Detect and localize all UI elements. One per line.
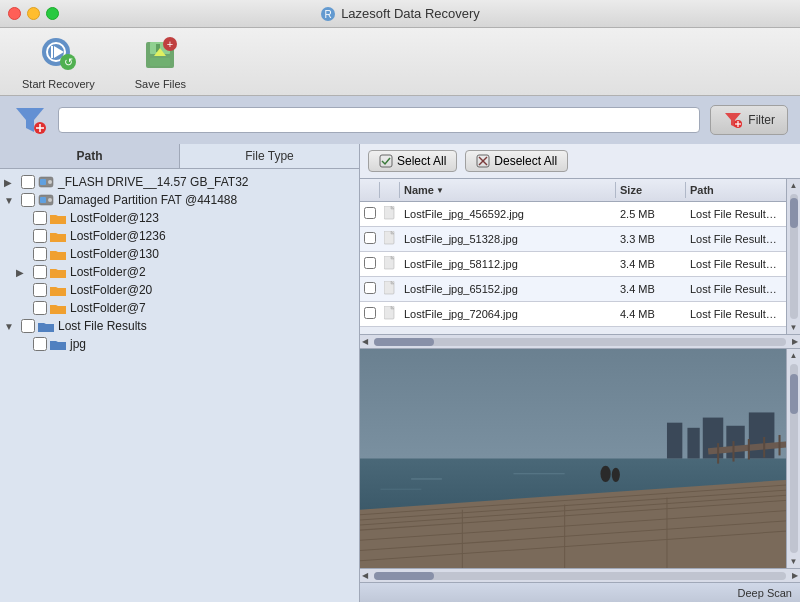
sort-icon: ▼ — [436, 186, 444, 195]
preview-hscroll-left[interactable]: ◀ — [360, 571, 370, 580]
tree-item-lost1236[interactable]: LostFolder@1236 — [0, 227, 359, 245]
svg-rect-30 — [50, 234, 66, 242]
row-checkbox-1[interactable] — [364, 232, 376, 244]
scroll-up-arrow[interactable]: ▲ — [788, 179, 800, 192]
tree-checkbox-flash[interactable] — [21, 175, 35, 189]
select-all-button[interactable]: Select All — [368, 150, 457, 172]
save-files-button[interactable]: + Save Files — [125, 28, 196, 96]
tree-checkbox-lostresults[interactable] — [21, 319, 35, 333]
tree-item-lost2[interactable]: ▶ LostFolder@2 — [0, 263, 359, 281]
left-panel: Path File Type ▶ _FLASH DRIVE__14.57 GB_… — [0, 144, 360, 602]
preview-scroll-up[interactable]: ▲ — [788, 349, 800, 362]
row-name-4: LostFile_jpg_72064.jpg — [400, 306, 616, 322]
row-checkbox-2[interactable] — [364, 257, 376, 269]
tab-path[interactable]: Path — [0, 144, 180, 168]
deselect-all-icon — [476, 154, 490, 168]
hscroll-thumb[interactable] — [374, 338, 434, 346]
preview-hscroll-track[interactable] — [374, 572, 786, 580]
svg-rect-49 — [687, 428, 699, 459]
th-icon — [380, 182, 400, 198]
folder-icon-lost20 — [50, 284, 66, 297]
th-size[interactable]: Size — [616, 182, 686, 198]
app-icon: R — [320, 6, 336, 22]
start-recovery-button[interactable]: ↺ Start Recovery — [12, 28, 105, 96]
tree-toggle-damaged[interactable]: ▼ — [4, 195, 18, 206]
tree-checkbox-lost7[interactable] — [33, 301, 47, 315]
search-input[interactable] — [58, 107, 700, 133]
row-checkbox-0[interactable] — [364, 207, 376, 219]
tree-item-lost7[interactable]: LostFolder@7 — [0, 299, 359, 317]
svg-rect-52 — [749, 412, 775, 458]
preview-scroll-down[interactable]: ▼ — [788, 555, 800, 568]
save-files-icon: + — [140, 34, 180, 74]
preview-vscroll[interactable]: ▲ ▼ — [786, 349, 800, 568]
deselect-all-button[interactable]: Deselect All — [465, 150, 568, 172]
svg-rect-35 — [38, 324, 54, 332]
preview-scroll-track[interactable] — [790, 364, 798, 553]
tree-item-flash[interactable]: ▶ _FLASH DRIVE__14.57 GB_FAT32 — [0, 173, 359, 191]
file-icon-0 — [384, 206, 396, 220]
svg-rect-37 — [380, 155, 392, 167]
folder-icon-lost130 — [50, 248, 66, 261]
row-checkbox-4[interactable] — [364, 307, 376, 319]
svg-rect-31 — [50, 252, 66, 260]
file-icon-3 — [384, 281, 396, 295]
hscroll-track[interactable] — [374, 338, 786, 346]
table-vscroll[interactable]: ▲ ▼ — [786, 179, 800, 334]
tree-checkbox-lost1236[interactable] — [33, 229, 47, 243]
select-all-icon — [379, 154, 393, 168]
tree-toggle-flash[interactable]: ▶ — [4, 177, 18, 188]
tree-toggle-lost2[interactable]: ▶ — [16, 267, 30, 278]
tree-item-lostresults[interactable]: ▼ Lost File Results — [0, 317, 359, 335]
hscroll-right-arrow[interactable]: ▶ — [790, 337, 800, 346]
tree-checkbox-lost20[interactable] — [33, 283, 47, 297]
preview-scroll-thumb[interactable] — [790, 374, 798, 414]
table-row[interactable]: LostFile_jpg_58112.jpg 3.4 MB Lost File … — [360, 252, 786, 277]
svg-rect-27 — [40, 197, 46, 203]
table-row[interactable]: LostFile_jpg_51328.jpg 3.3 MB Lost File … — [360, 227, 786, 252]
tree-item-lost123[interactable]: LostFolder@123 — [0, 209, 359, 227]
preview-hscroll-thumb[interactable] — [374, 572, 434, 580]
scroll-track[interactable] — [790, 194, 798, 319]
table-hscroll[interactable]: ◀ ▶ — [360, 334, 800, 348]
tree-checkbox-jpg[interactable] — [33, 337, 47, 351]
tree-item-lost130[interactable]: LostFolder@130 — [0, 245, 359, 263]
filter-button[interactable]: Filter — [710, 105, 788, 135]
preview-hscroll[interactable]: ◀ ▶ — [360, 568, 800, 582]
disk-icon-flash — [38, 175, 54, 189]
hscroll-left-arrow[interactable]: ◀ — [360, 337, 370, 346]
folder-icon-lost1236 — [50, 230, 66, 243]
tree-label-lostresults: Lost File Results — [58, 319, 147, 333]
tree-label-lost1236: LostFolder@1236 — [70, 229, 166, 243]
table-header: Name ▼ Size Path — [360, 179, 786, 202]
tree-checkbox-lost130[interactable] — [33, 247, 47, 261]
tree-checkbox-damaged[interactable] — [21, 193, 35, 207]
tree-checkbox-lost2[interactable] — [33, 265, 47, 279]
svg-rect-51 — [726, 426, 744, 459]
table-row[interactable]: LostFile_jpg_72064.jpg 4.4 MB Lost File … — [360, 302, 786, 327]
row-size-0: 2.5 MB — [616, 206, 686, 222]
window-title: R Lazesoft Data Recovery — [320, 6, 480, 22]
row-name-2: LostFile_jpg_58112.jpg — [400, 256, 616, 272]
minimize-button[interactable] — [27, 7, 40, 20]
tree-toggle-lostresults[interactable]: ▼ — [4, 321, 18, 332]
table-row[interactable]: LostFile_jpg_456592.jpg 2.5 MB Lost File… — [360, 202, 786, 227]
maximize-button[interactable] — [46, 7, 59, 20]
scroll-thumb[interactable] — [790, 198, 798, 228]
svg-point-70 — [600, 466, 610, 482]
th-name[interactable]: Name ▼ — [400, 182, 616, 198]
svg-rect-36 — [50, 342, 66, 350]
tree-item-jpg[interactable]: jpg — [0, 335, 359, 353]
tree-checkbox-lost123[interactable] — [33, 211, 47, 225]
preview-area: ▲ ▼ — [360, 348, 800, 568]
svg-text:↺: ↺ — [64, 56, 73, 68]
row-checkbox-3[interactable] — [364, 282, 376, 294]
tree-item-lost20[interactable]: LostFolder@20 — [0, 281, 359, 299]
tab-file-type[interactable]: File Type — [180, 144, 359, 168]
th-path[interactable]: Path — [686, 182, 786, 198]
scroll-down-arrow[interactable]: ▼ — [788, 321, 800, 334]
close-button[interactable] — [8, 7, 21, 20]
preview-hscroll-right[interactable]: ▶ — [790, 571, 800, 580]
table-row[interactable]: LostFile_jpg_65152.jpg 3.4 MB Lost File … — [360, 277, 786, 302]
tree-item-damaged[interactable]: ▼ Damaged Partition FAT @441488 — [0, 191, 359, 209]
